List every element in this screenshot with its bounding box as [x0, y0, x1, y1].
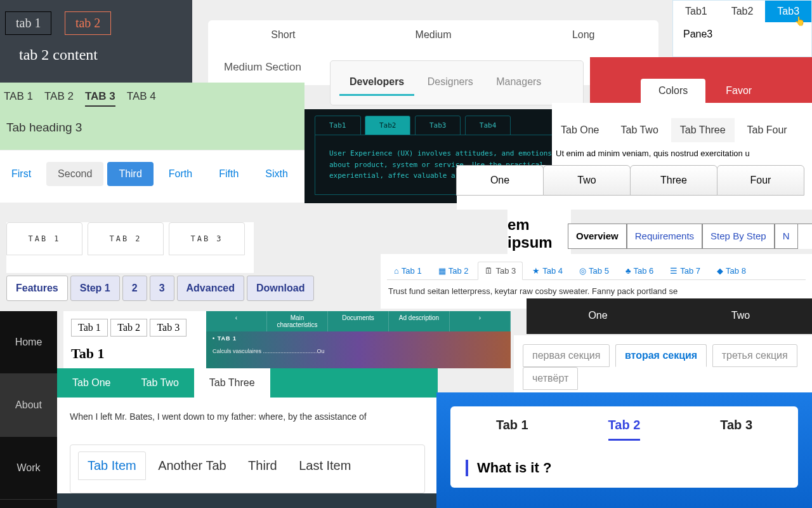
calendar-icon: 🗓 [485, 266, 493, 276]
tab-one[interactable]: Tab One [552, 118, 608, 142]
tab-one[interactable]: Tab One [57, 368, 126, 398]
tab-5[interactable]: ◎Tab 5 [572, 262, 616, 280]
tab-features[interactable]: Features [6, 276, 68, 301]
tab-three[interactable]: Three [630, 165, 717, 196]
tab-three[interactable]: Tab Three [671, 118, 735, 142]
tab-sixth[interactable]: Sixth [254, 162, 299, 186]
tab-two[interactable]: Tab Two [126, 368, 193, 398]
tab-3[interactable]: Tab3 [415, 116, 461, 135]
tab-colors[interactable]: Colors [641, 79, 705, 103]
tab-download[interactable]: Download [247, 276, 314, 301]
tab-one[interactable]: One [527, 298, 669, 333]
blue-card-tabs: Tab 1 Tab 2 Tab 3 What is it ? [436, 392, 812, 508]
tab-4[interactable]: ★Tab 4 [525, 262, 570, 280]
nav-home[interactable]: Home [0, 311, 57, 374]
tab-3[interactable]: 🗓Tab 3 [478, 262, 523, 280]
tab-overview[interactable]: Overview [568, 224, 627, 249]
tab-3[interactable]: Tab 3 [720, 418, 752, 441]
itab-another[interactable]: Another Tab [148, 451, 236, 480]
tab-3[interactable]: TAB 3 [85, 90, 115, 107]
tab-first[interactable]: First [0, 162, 43, 186]
tab-tab2[interactable]: tab 2 [65, 11, 111, 35]
dark-outlined-tabs: tab 1 tab 2 tab 2 content [0, 0, 192, 83]
arrow-left-icon[interactable]: ‹ [206, 311, 267, 331]
tab-favor[interactable]: Favor [708, 79, 769, 103]
tab-4[interactable]: TAB 4 [127, 90, 156, 107]
vertical-nav: Home About Work [0, 311, 57, 508]
tab-3[interactable]: Tab 3 [150, 319, 187, 337]
tab-short[interactable]: Short [208, 20, 358, 50]
tab-section3[interactable]: третья секция [712, 344, 797, 367]
tab-1[interactable]: Tab1 [315, 116, 361, 135]
tab-stepbystep[interactable]: Step By Step [702, 224, 775, 249]
tab-four[interactable]: Tab Four [738, 118, 796, 142]
diamond-icon: ◆ [717, 266, 723, 276]
tab-forth[interactable]: Forth [157, 162, 204, 186]
tab-section1[interactable]: первая секция [523, 344, 610, 367]
tab-two[interactable]: Two [669, 298, 812, 333]
tab-medium[interactable]: Medium [358, 20, 509, 50]
tab-1[interactable]: Tab 1 [496, 418, 528, 441]
tab-2[interactable]: Tab 2 [110, 319, 147, 337]
tab-content: tab 2 content [0, 46, 192, 64]
tab-fifth[interactable]: Fifth [207, 162, 250, 186]
tab-long[interactable]: Long [508, 20, 658, 50]
tab-content: Ut enim ad minim veniam, quis nostrud ex… [552, 142, 812, 164]
tab-documents[interactable]: Documents [328, 311, 389, 331]
tab-tab2[interactable]: Tab2 [719, 1, 766, 22]
tab-7[interactable]: ☰Tab 7 [663, 262, 707, 280]
tab-step3[interactable]: 3 [150, 276, 174, 301]
nav-work[interactable]: Work [0, 437, 57, 500]
tab-main[interactable]: Main characteristics [267, 311, 328, 331]
tab-tab3[interactable]: Tab3👆 [765, 1, 811, 22]
tab-requirements[interactable]: Requirements [627, 224, 702, 249]
tab-8[interactable]: ◆Tab 8 [710, 262, 753, 280]
tab-n[interactable]: N [775, 224, 798, 249]
tab-section4[interactable]: четвёрт [523, 367, 578, 390]
tab-four[interactable]: Four [717, 165, 804, 196]
tab-1[interactable]: Tab 1 [71, 319, 108, 337]
tab-developers[interactable]: Developers [339, 70, 414, 96]
lorem-fragment: em ipsum [508, 203, 571, 254]
tab-step1[interactable]: Step 1 [70, 276, 120, 301]
tab-tab1[interactable]: tab 1 [5, 11, 51, 35]
russian-tabs: первая секция вторая секция третья секци… [514, 335, 812, 398]
tab-section2[interactable]: вторая секция [615, 344, 707, 367]
itab-item[interactable]: Tab Item [78, 451, 146, 480]
tab-second[interactable]: Second [46, 162, 103, 186]
list-icon: ☰ [670, 266, 678, 276]
tab-3[interactable]: TAB 3 [169, 222, 245, 255]
tab-two[interactable]: Two [543, 165, 631, 196]
green-tabs: Tab One Tab Two Tab Three When I left Mr… [57, 368, 438, 508]
tab-third[interactable]: Third [107, 162, 153, 186]
tab-1[interactable]: TAB 1 [4, 90, 33, 107]
tab-one[interactable]: One [456, 165, 544, 196]
tab-tab1[interactable]: Tab1 [673, 1, 719, 22]
roles-tabs: Developers Designers Managers [330, 60, 584, 105]
tab-2[interactable]: Tab2 [365, 116, 411, 135]
dark-split-tabs: One Two [527, 298, 812, 334]
tab-step2[interactable]: 2 [122, 276, 147, 301]
tab-4[interactable]: Tab4 [465, 116, 511, 135]
tab-managers[interactable]: Managers [486, 70, 551, 94]
tab-three[interactable]: Tab Three [194, 368, 270, 398]
tab-ad[interactable]: Ad description [389, 311, 450, 331]
tab-1[interactable]: TAB 1 [6, 222, 82, 255]
arrow-right-icon[interactable]: › [450, 311, 511, 331]
nav-about[interactable]: About [0, 374, 57, 437]
tab-2[interactable]: ▦Tab 2 [431, 262, 476, 280]
inner-tabs: Tab Item Another Tab Third Last Item [70, 444, 425, 493]
tab-content: When I left Mr. Bates, I went down to my… [57, 398, 438, 436]
tab-2[interactable]: TAB 2 [44, 90, 74, 107]
tab-6[interactable]: ♣Tab 6 [619, 262, 660, 280]
tab-1[interactable]: ⌂Tab 1 [387, 262, 429, 280]
itab-third[interactable]: Third [239, 451, 287, 480]
tab-2[interactable]: Tab 2 [608, 418, 641, 441]
tab-2[interactable]: TAB 2 [88, 222, 164, 255]
tab-two[interactable]: Tab Two [612, 118, 667, 142]
tab-designers[interactable]: Designers [417, 70, 483, 94]
itab-last[interactable]: Last Item [289, 451, 360, 480]
grid-icon: ▦ [438, 266, 446, 276]
red-header-tabs: Colors Favor [590, 57, 812, 103]
tab-advanced[interactable]: Advanced [177, 276, 244, 301]
